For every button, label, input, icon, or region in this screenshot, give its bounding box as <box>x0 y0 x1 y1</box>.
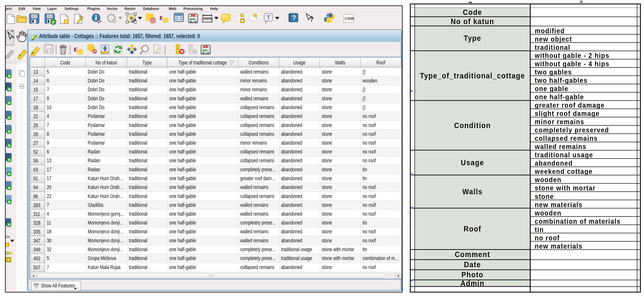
svg-text:T: T <box>266 14 270 21</box>
svg-text:CSW: CSW <box>345 16 354 20</box>
svg-text:?: ? <box>310 15 314 23</box>
svg-text:?: ? <box>292 14 296 22</box>
svg-text:ε: ε <box>160 13 163 22</box>
svg-text:ε: ε <box>74 44 78 53</box>
